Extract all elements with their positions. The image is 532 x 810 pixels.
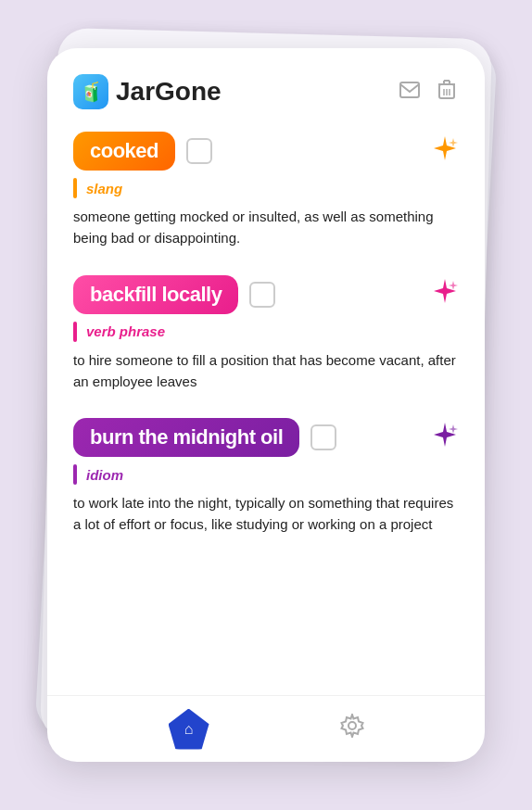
term-definition-cooked: someone getting mocked or insulted, as w… bbox=[73, 206, 459, 249]
settings-icon bbox=[340, 714, 364, 738]
bottom-nav: ⌂ bbox=[47, 695, 485, 762]
header: 🧃 JarGone bbox=[47, 48, 485, 124]
main-card: 🧃 JarGone bbox=[47, 48, 485, 762]
term-definition-backfill: to hire someone to fill a position that … bbox=[73, 349, 459, 393]
left-bar-cooked bbox=[73, 178, 77, 198]
term-card-cooked: cooked slang someone getting mocked or i… bbox=[73, 132, 459, 249]
term-definition-midnight: to work late into the night, typically o… bbox=[73, 492, 459, 536]
term-card-midnight: burn the midnight oil idiom to work late… bbox=[73, 418, 459, 536]
term-type-midnight: idiom bbox=[86, 467, 123, 483]
term-type-backfill: verb phrase bbox=[86, 323, 165, 339]
mail-icon bbox=[399, 82, 420, 98]
term-badge-midnight: burn the midnight oil bbox=[73, 418, 299, 457]
trash-icon bbox=[438, 80, 455, 100]
sparkle-cooked bbox=[431, 134, 459, 169]
home-nav-button[interactable]: ⌂ bbox=[169, 709, 209, 750]
sparkle-midnight bbox=[431, 421, 459, 455]
checkbox-midnight[interactable] bbox=[310, 424, 336, 450]
sparkle-backfill bbox=[431, 277, 459, 311]
content-area: cooked slang someone getting mocked or i… bbox=[47, 124, 485, 695]
home-icon: ⌂ bbox=[184, 721, 194, 738]
checkbox-cooked[interactable] bbox=[186, 138, 212, 164]
settings-nav-button[interactable] bbox=[340, 714, 364, 744]
logo: 🧃 JarGone bbox=[73, 74, 222, 109]
sparkle-pink-icon bbox=[431, 277, 459, 305]
checkbox-backfill[interactable] bbox=[249, 282, 275, 308]
term-row-midnight: burn the midnight oil bbox=[73, 418, 459, 457]
term-card-backfill: backfill locally verb phrase to hire som… bbox=[73, 275, 459, 393]
term-row-backfill: backfill locally bbox=[73, 275, 459, 314]
logo-text: JarGone bbox=[116, 77, 222, 107]
term-type-cooked: slang bbox=[86, 181, 122, 196]
trash-button[interactable] bbox=[435, 76, 459, 108]
term-badge-backfill: backfill locally bbox=[73, 275, 238, 314]
left-bar-backfill bbox=[73, 322, 77, 342]
sparkle-purple-icon bbox=[431, 421, 459, 449]
phone-container: 🧃 JarGone bbox=[0, 0, 532, 810]
term-badge-cooked: cooked bbox=[73, 132, 175, 171]
sparkle-orange-icon bbox=[431, 134, 459, 162]
header-icons bbox=[396, 76, 459, 108]
term-type-row-backfill: verb phrase bbox=[73, 322, 459, 342]
term-row-cooked: cooked bbox=[73, 132, 459, 171]
logo-icon: 🧃 bbox=[73, 74, 108, 109]
mail-button[interactable] bbox=[396, 78, 424, 107]
term-type-row-midnight: idiom bbox=[73, 464, 459, 485]
term-type-row-cooked: slang bbox=[73, 178, 459, 198]
left-bar-midnight bbox=[73, 464, 77, 485]
svg-rect-0 bbox=[400, 82, 419, 97]
svg-point-9 bbox=[348, 722, 356, 729]
